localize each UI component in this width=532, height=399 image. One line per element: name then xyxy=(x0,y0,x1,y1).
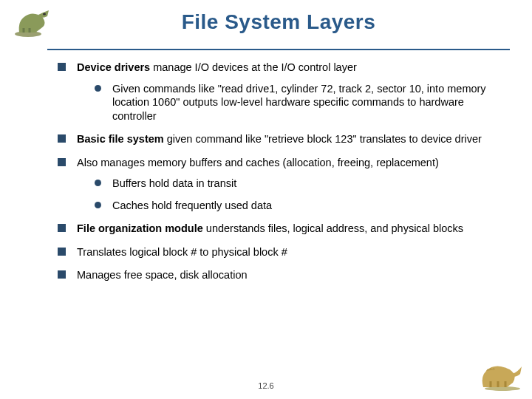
dinosaur-bottom-icon xyxy=(479,359,525,392)
bullet-translate: Translates logical block # to physical b… xyxy=(58,245,489,259)
square-bullet-icon xyxy=(58,63,66,71)
slide-header: File System Layers xyxy=(47,0,510,50)
bullet-device-drivers: Device drivers manage I/O devices at the… xyxy=(58,61,489,123)
bullet-text: Manages free space, disk allocation xyxy=(77,269,248,281)
circle-bullet-icon xyxy=(95,202,101,208)
bullet-text: Translates logical block # to physical b… xyxy=(77,246,287,258)
bullet-text: given command like "retrieve block 123" … xyxy=(164,133,482,145)
bullet-text: manage I/O devices at the I/O control la… xyxy=(150,61,357,73)
subbullet-buffers: Buffers hold data in transit xyxy=(95,177,489,191)
slide-content: Device drivers manage I/O devices at the… xyxy=(0,50,532,282)
bullet-text: Caches hold frequently used data xyxy=(112,200,272,211)
subbullet-caches: Caches hold frequently used data xyxy=(95,199,489,213)
square-bullet-icon xyxy=(58,248,66,256)
square-bullet-icon xyxy=(58,270,66,279)
bullet-free-space: Manages free space, disk allocation xyxy=(58,268,489,282)
bold-text: Basic file system xyxy=(77,133,164,145)
bullet-buffers: Also manages memory buffers and caches (… xyxy=(58,156,489,213)
slide-title: File System Layers xyxy=(47,0,510,34)
slide-number: 12.6 xyxy=(0,381,532,390)
circle-bullet-icon xyxy=(95,180,101,186)
svg-point-1 xyxy=(43,13,46,16)
bold-text: File organization module xyxy=(77,222,203,234)
bullet-text: Given commands like "read drive1, cylind… xyxy=(112,83,486,122)
circle-bullet-icon xyxy=(95,85,101,92)
bullet-text: Also manages memory buffers and caches (… xyxy=(77,157,439,168)
bullet-text: Buffers hold data in transit xyxy=(112,177,236,189)
subbullet-commands: Given commands like "read drive1, cylind… xyxy=(95,82,489,123)
bold-text: Device drivers xyxy=(77,61,150,73)
bullet-text: understands files, logical address, and … xyxy=(203,222,463,234)
square-bullet-icon xyxy=(58,158,66,166)
square-bullet-icon xyxy=(58,134,66,143)
bullet-file-org: File organization module understands fil… xyxy=(58,222,489,236)
square-bullet-icon xyxy=(58,224,66,232)
bullet-basic-fs: Basic file system given command like "re… xyxy=(58,132,489,146)
